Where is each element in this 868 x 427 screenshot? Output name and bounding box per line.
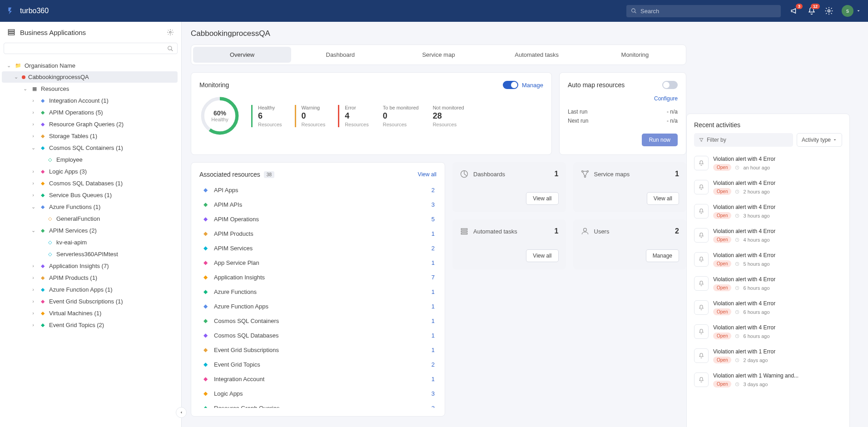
- resource-item[interactable]: ◆ Cosmos SQL Databases 1: [199, 328, 436, 343]
- filter-by[interactable]: Filter by: [694, 133, 793, 147]
- tab-overview[interactable]: Overview: [193, 47, 291, 63]
- resource-icon: ◇: [46, 238, 54, 246]
- tree-child[interactable]: ◇ Serverless360APIMtest: [2, 248, 178, 260]
- activity-item[interactable]: Violation alert with 4 Error Open 3 hour…: [694, 199, 842, 223]
- tabs: Overview Dashboard Service map Automated…: [191, 45, 686, 65]
- tree-app[interactable]: ⌄ CabbookingprocessQA: [2, 71, 178, 83]
- resource-item[interactable]: ◆ App Service Plan 1: [199, 255, 436, 270]
- sidebar-search[interactable]: [4, 43, 178, 54]
- tree-item[interactable]: › ◆ Virtual Machines (1): [2, 307, 178, 319]
- resource-item[interactable]: ◆ Resource Graph Queries 2: [199, 401, 436, 408]
- turbo-logo-icon: [7, 6, 16, 15]
- activity-item[interactable]: Violation alert with 4 Error Open 6 hour…: [694, 272, 842, 296]
- status-badge: Open: [713, 212, 731, 219]
- resource-item[interactable]: ◆ Integration Account 1: [199, 372, 436, 386]
- monitoring-manage-link[interactable]: Manage: [522, 82, 543, 89]
- resource-item[interactable]: ◆ Event Grid Subscriptions 1: [199, 343, 436, 357]
- resource-type-icon: ◆: [39, 262, 46, 269]
- global-search[interactable]: [626, 5, 781, 17]
- clock-icon: [735, 214, 739, 218]
- associated-title: Associated resources: [199, 171, 260, 178]
- tree-item[interactable]: › ◆ Integration Account (1): [2, 94, 178, 106]
- search-icon: [167, 45, 174, 52]
- clock-icon: [735, 286, 739, 290]
- card-associated-resources: Associated resources 38 View all ◆ API A…: [191, 162, 445, 417]
- tree-item[interactable]: › ◆ Event Grid Subscriptions (1): [2, 295, 178, 307]
- activity-item[interactable]: Violation alert with 4 Error Open 2 hour…: [694, 175, 842, 199]
- tree-resources[interactable]: ⌄ ▦ Resources: [2, 83, 178, 94]
- activity-item[interactable]: Violation alert with 4 Error Open 5 hour…: [694, 248, 842, 272]
- avatar: s: [842, 5, 853, 17]
- tree-item[interactable]: › ◆ Event Grid Topics (2): [2, 319, 178, 331]
- tree-item[interactable]: › ◆ APIM Operations (5): [2, 106, 178, 118]
- clock-icon: [735, 382, 739, 387]
- content: CabbookingprocessQA Overview Dashboard S…: [182, 22, 868, 427]
- automated-viewall-button[interactable]: View all: [526, 249, 558, 262]
- user-menu[interactable]: s: [842, 5, 861, 17]
- gear-icon[interactable]: [167, 29, 174, 36]
- resource-item[interactable]: ◆ Azure Function Apps 1: [199, 299, 436, 313]
- tree-item[interactable]: › ◆ Service Bus Queues (1): [2, 189, 178, 201]
- status-badge: Open: [713, 236, 731, 243]
- automap-toggle[interactable]: [662, 81, 678, 89]
- resource-item[interactable]: ◆ APIM Operations 5: [199, 212, 436, 226]
- resource-item[interactable]: ◆ Azure Functions 1: [199, 284, 436, 299]
- activity-item[interactable]: Violation alert with 4 Error Open 6 hour…: [694, 320, 842, 344]
- settings-icon[interactable]: [824, 6, 833, 15]
- tree-item[interactable]: ⌄ ◆ Cosmos SQL Containers (1): [2, 142, 178, 154]
- users-manage-button[interactable]: Manage: [646, 249, 679, 262]
- resource-item[interactable]: ◆ APIM APIs 3: [199, 197, 436, 212]
- tree-child[interactable]: ◇ kv-eai-apim: [2, 236, 178, 248]
- resource-item[interactable]: ◆ Event Grid Topics 2: [199, 357, 436, 372]
- tree-item[interactable]: › ◆ Azure Function Apps (1): [2, 283, 178, 295]
- logo[interactable]: turbo360: [7, 6, 49, 15]
- tab-dashboard[interactable]: Dashboard: [291, 47, 389, 63]
- tree-org[interactable]: ⌄ 📁 Organisation Name: [2, 60, 178, 71]
- activity-type-dropdown[interactable]: Activity type: [797, 133, 842, 147]
- tree-item[interactable]: › ◆ APIM Products (1): [2, 272, 178, 283]
- resource-item[interactable]: ◆ Application Insights 7: [199, 270, 436, 284]
- clock-icon: [735, 262, 739, 266]
- resource-type-icon: ◆: [39, 144, 46, 151]
- status-badge: Open: [713, 308, 731, 315]
- svg-point-18: [583, 228, 586, 231]
- run-now-button[interactable]: Run now: [642, 134, 678, 146]
- search-input[interactable]: [640, 8, 776, 15]
- tree-item[interactable]: ⌄ ◆ Azure Functions (1): [2, 201, 178, 213]
- tree-item[interactable]: › ◆ Cosmos SQL Databases (1): [2, 177, 178, 189]
- notifications-icon[interactable]: 12: [807, 6, 816, 15]
- card-dashboards: Dashboards 1 View all: [452, 162, 566, 212]
- activity-item[interactable]: Violation alert with 1 Warning and... Op…: [694, 368, 842, 392]
- sidebar-collapse-button[interactable]: [176, 407, 187, 418]
- activity-item[interactable]: Violation alert with 1 Error Open 2 days…: [694, 344, 842, 368]
- configure-link[interactable]: Configure: [568, 95, 678, 102]
- sidebar-search-input[interactable]: [8, 45, 167, 52]
- resource-item[interactable]: ◆ Logic Apps 3: [199, 386, 436, 401]
- announcements-icon[interactable]: 3: [790, 6, 799, 15]
- resource-item[interactable]: ◆ APIM Services 2: [199, 241, 436, 255]
- tree-item[interactable]: › ◆ Resource Graph Queries (2): [2, 118, 178, 130]
- tree-item[interactable]: ⌄ ◆ APIM Services (2): [2, 224, 178, 236]
- tab-servicemap[interactable]: Service map: [389, 47, 487, 63]
- activity-item[interactable]: Violation alert with 4 Error Open 6 hour…: [694, 296, 842, 320]
- tree-child[interactable]: ◇ GeneralFunction: [2, 213, 178, 224]
- resource-item[interactable]: ◆ APIM Products 1: [199, 226, 436, 241]
- dashboards-viewall-button[interactable]: View all: [526, 192, 558, 205]
- status-badge: Open: [713, 333, 731, 339]
- tab-automated[interactable]: Automated tasks: [488, 47, 586, 63]
- tree-item[interactable]: › ◆ Application Insights (7): [2, 260, 178, 272]
- tree-item[interactable]: › ◆ Logic Apps (3): [2, 165, 178, 177]
- resource-item[interactable]: ◆ Cosmos SQL Containers 1: [199, 313, 436, 328]
- activity-item[interactable]: Violation alert with 4 Error Open an hou…: [694, 151, 842, 175]
- associated-view-all[interactable]: View all: [418, 171, 436, 178]
- tree-child[interactable]: ◇ Employee: [2, 154, 178, 165]
- resource-icon: ◆: [201, 229, 209, 238]
- resource-icon: ◆: [201, 346, 209, 354]
- tree-item[interactable]: › ◆ Storage Tables (1): [2, 130, 178, 142]
- resource-item[interactable]: ◆ API Apps 2: [199, 183, 436, 197]
- status-badge: Open: [713, 357, 731, 363]
- tab-monitoring[interactable]: Monitoring: [586, 47, 684, 63]
- activity-item[interactable]: Violation alert with 4 Error Open 4 hour…: [694, 223, 842, 248]
- monitoring-toggle[interactable]: [503, 81, 518, 89]
- servicemaps-viewall-button[interactable]: View all: [647, 192, 679, 205]
